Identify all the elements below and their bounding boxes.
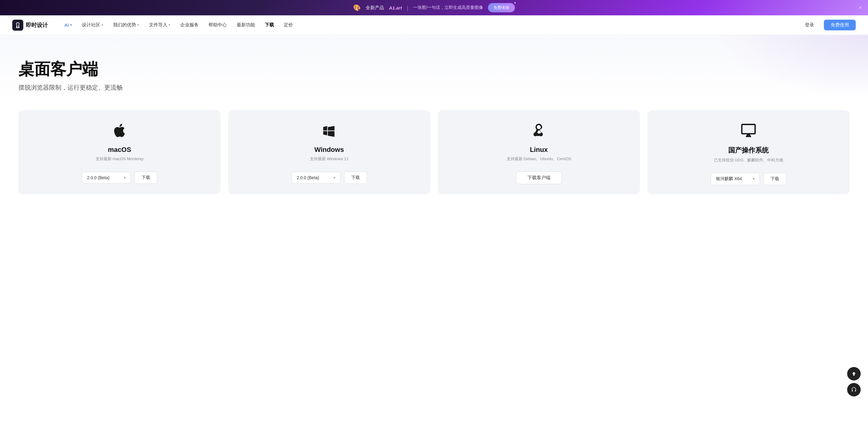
nav-items: Ai ▾ 设计社区 ▾ 我们的优势 ▾ 文件导入 ▾ 企业服务 帮助中心 最新功…	[60, 20, 799, 30]
nav-item-enterprise[interactable]: 企业服务	[176, 20, 203, 30]
ai-chevron-icon: ▾	[70, 23, 72, 27]
macos-download-button[interactable]: 下载	[134, 171, 157, 184]
nav-actions: 登录 免费使用	[799, 20, 856, 30]
windows-download-button[interactable]: 下载	[344, 171, 367, 184]
import-chevron-icon: ▾	[168, 23, 170, 27]
domestic-subtitle: 已支持统信 UOS、麒麟软件、中科方德	[714, 158, 783, 163]
windows-version-select[interactable]: 2.0.0 (Beta) ▾	[291, 172, 341, 184]
linux-subtitle: 支持最新 Debian、Ubuntu、CentOS	[507, 156, 571, 162]
linux-icon	[531, 122, 547, 141]
macos-subtitle: 支持最新 macOS Monterey	[96, 156, 144, 162]
advantages-chevron-icon: ▾	[137, 23, 139, 27]
logo-text: 即时设计	[26, 22, 48, 29]
nav-item-ai[interactable]: Ai ▾	[60, 20, 76, 30]
linux-download-button[interactable]: 下载客户端	[516, 171, 562, 184]
logo-icon	[12, 20, 23, 31]
banner-tagline: 一张图/一句话，立即生成高质量图像	[413, 5, 483, 10]
macos-title: macOS	[108, 146, 131, 154]
top-banner: 🎨 全新产品 A1.art | 一张图/一句话，立即生成高质量图像 免费体验 ×	[0, 0, 868, 15]
windows-icon	[321, 122, 337, 141]
free-button[interactable]: 免费使用	[824, 20, 856, 30]
navigation: 即时设计 Ai ▾ 设计社区 ▾ 我们的优势 ▾ 文件导入 ▾ 企业服务 帮助中…	[0, 15, 868, 35]
cards-grid: macOS 支持最新 macOS Monterey 2.0.0 (Beta) ▾…	[19, 110, 849, 194]
nav-item-help[interactable]: 帮助中心	[204, 20, 231, 30]
windows-actions: 2.0.0 (Beta) ▾ 下载	[237, 171, 421, 184]
windows-version-chevron: ▾	[334, 175, 335, 180]
windows-card: Windows 支持最新 Windows 11 2.0.0 (Beta) ▾ 下…	[228, 110, 430, 194]
logo-link[interactable]: 即时设计	[12, 20, 48, 31]
banner-prefix: 全新产品	[366, 5, 384, 11]
nav-item-import[interactable]: 文件导入 ▾	[145, 20, 175, 30]
banner-close-button[interactable]: ×	[859, 5, 862, 10]
hero-subtitle: 摆脱浏览器限制，运行更稳定、更流畅	[19, 83, 849, 92]
nav-item-advantages[interactable]: 我们的优势 ▾	[109, 20, 144, 30]
windows-title: Windows	[314, 146, 344, 154]
banner-icon: 🎨	[353, 4, 361, 11]
logo-svg	[14, 22, 21, 29]
apple-icon	[112, 122, 127, 141]
banner-cta-button[interactable]: 免费体验	[488, 3, 515, 12]
banner-brand: A1.art	[389, 5, 402, 10]
hero-title: 桌面客户端	[19, 59, 849, 79]
domestic-version-select[interactable]: 银河麒麟 X64 ▾	[711, 173, 760, 185]
hero-section: 桌面客户端 摆脱浏览器限制，运行更稳定、更流畅	[0, 35, 868, 104]
macos-version-select[interactable]: 2.0.0 (Beta) ▾	[82, 172, 131, 184]
domestic-title: 国产操作系统	[728, 146, 769, 155]
monitor-icon	[741, 122, 756, 141]
banner-divider: |	[407, 5, 408, 11]
linux-card: Linux 支持最新 Debian、Ubuntu、CentOS 下载客户端	[438, 110, 640, 194]
nav-item-download[interactable]: 下载	[260, 20, 278, 30]
domestic-card: 国产操作系统 已支持统信 UOS、麒麟软件、中科方德 银河麒麟 X64 ▾ 下载	[647, 110, 849, 194]
community-chevron-icon: ▾	[101, 23, 103, 27]
macos-version-chevron: ▾	[124, 175, 126, 180]
linux-actions: 下载客户端	[447, 171, 631, 184]
cards-section: macOS 支持最新 macOS Monterey 2.0.0 (Beta) ▾…	[0, 104, 868, 213]
linux-title: Linux	[530, 146, 548, 154]
nav-item-community[interactable]: 设计社区 ▾	[78, 20, 107, 30]
domestic-download-button[interactable]: 下载	[764, 173, 786, 185]
nav-item-pricing[interactable]: 定价	[280, 20, 297, 30]
domestic-version-chevron: ▾	[753, 177, 754, 181]
login-button[interactable]: 登录	[799, 20, 820, 30]
nav-item-features[interactable]: 最新功能	[232, 20, 259, 30]
macos-actions: 2.0.0 (Beta) ▾ 下载	[28, 171, 212, 184]
windows-subtitle: 支持最新 Windows 11	[310, 156, 348, 162]
macos-card: macOS 支持最新 macOS Monterey 2.0.0 (Beta) ▾…	[19, 110, 221, 194]
domestic-actions: 银河麒麟 X64 ▾ 下载	[656, 173, 840, 185]
